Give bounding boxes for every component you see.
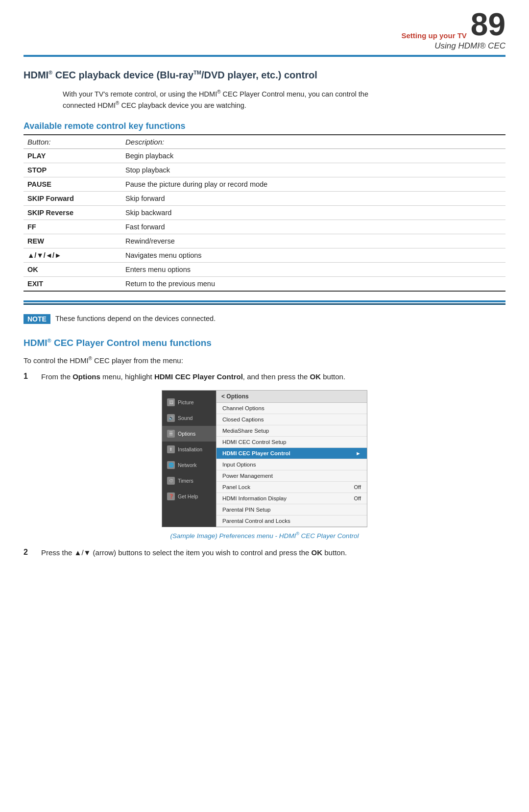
menu-left-item[interactable]: ❓Get Help [162,489,216,504]
menu-right-item-label: Parental PIN Setup [222,507,270,513]
table-row: SKIP ForwardSkip forward [24,191,505,205]
note-label: NOTE [24,314,50,324]
menu-left-label: Network [178,462,197,468]
menu-left-item[interactable]: 🔊Sound [162,410,216,426]
menu-right-item[interactable]: Closed Captions [216,414,367,425]
page-number: 89 [471,9,505,40]
table-cell-button: FF [24,220,121,234]
table-row: OKEnters menu options [24,262,505,276]
menu-left-item[interactable]: ⬆Installation [162,442,216,457]
menu-right-item-label: HDMI CEC Control Setup [222,439,286,445]
table-cell-button: SKIP Reverse [24,205,121,220]
menu-right-item[interactable]: HDMI CEC Control Setup [216,437,367,448]
menu-right-item-label: Power Management [222,473,273,479]
menu-right-item[interactable]: Power Management [216,470,367,482]
step1-num: 1 [24,372,34,381]
table-row: SKIP ReverseSkip backward [24,205,505,220]
menu-left-icon: ☰ [167,430,175,438]
menu-left-label: Picture [178,399,194,405]
menu-right-items: Channel OptionsClosed CaptionsMediaShare… [216,403,367,527]
table-cell-description: Return to the previous menu [121,276,505,291]
note-box: NOTE These functions depend on the devic… [24,314,505,324]
menu-left-icon: ❓ [167,492,175,500]
key-functions-table: Button: Description: PLAYBegin playbackS… [24,134,505,292]
menu-image: 🖼Picture🔊Sound☰Options⬆Installation🌐Netw… [162,390,367,527]
step2-num: 2 [24,548,34,557]
menu-left-panel: 🖼Picture🔊Sound☰Options⬆Installation🌐Netw… [162,391,216,527]
menu-left-label: Timers [178,478,193,484]
note-text: These functions depend on the devices co… [55,314,216,324]
divider-blue-top [24,300,505,302]
section2-intro: To control the HDMI® CEC player from the… [24,356,505,365]
menu-left-label: Get Help [178,493,198,499]
table-subsection-title: Available remote control key functions [24,121,505,131]
table-cell-description: Navigates menu options [121,248,505,262]
menu-right-item-label: Closed Captions [222,417,264,422]
col-header-button: Button: [24,135,121,149]
table-cell-button: SKIP Forward [24,191,121,205]
table-cell-description: Pause the picture during play or record … [121,177,505,191]
table-cell-button: STOP [24,163,121,177]
divider-blue-bottom [24,303,505,305]
table-cell-button: PLAY [24,148,121,163]
section2-title: HDMI® CEC Player Control menu functions [24,338,505,348]
table-row: FFFast forward [24,220,505,234]
menu-right-item[interactable]: Channel Options [216,403,367,414]
menu-left-icon: 🌐 [167,461,175,469]
step2-item: 2 Press the ▲/▼ (arrow) buttons to selec… [24,547,505,559]
menu-right-item-label: Panel Lock [222,484,250,490]
header-subtitle: Using HDMI® CEC [434,41,505,50]
table-cell-description: Fast forward [121,220,505,234]
image-caption: (Sample Image) Preferences menu - HDMI® … [24,531,505,540]
menu-left-icon: ⏱ [167,477,175,485]
menu-right-item[interactable]: MediaShare Setup [216,425,367,437]
menu-left-icon: ⬆ [167,445,175,453]
menu-right-item-label: Input Options [222,462,256,468]
menu-right-item[interactable]: Input Options [216,459,367,470]
menu-right-item-label: MediaShare Setup [222,428,269,434]
menu-right-item[interactable]: HDMI Information DisplayOff [216,493,367,504]
menu-right-item-label: Channel Options [222,405,264,411]
menu-right-item[interactable]: HDMI CEC Player Control► [216,448,367,459]
table-row: EXITReturn to the previous menu [24,276,505,291]
menu-left-item[interactable]: ☰Options [162,426,216,442]
col-header-description: Description: [121,135,505,149]
menu-left-label: Sound [178,415,192,421]
menu-left-icon: 🖼 [167,398,175,406]
step1-text: From the Options menu, highlight HDMI CE… [41,371,345,383]
menu-left-item[interactable]: ⏱Timers [162,473,216,489]
menu-left-item[interactable]: 🖼Picture [162,394,216,410]
menu-right-item[interactable]: Parental Control and Locks [216,516,367,527]
table-cell-description: Skip backward [121,205,505,220]
menu-right-item[interactable]: Parental PIN Setup [216,504,367,516]
menu-left-label: Installation [178,446,202,452]
table-row: STOPStop playback [24,163,505,177]
table-cell-description: Rewind/reverse [121,234,505,248]
table-cell-button: REW [24,234,121,248]
step2-text: Press the ▲/▼ (arrow) buttons to select … [41,547,347,559]
menu-left-label: Options [178,431,195,437]
menu-left-icon: 🔊 [167,414,175,422]
table-row: ▲/▼/◄/►Navigates menu options [24,248,505,262]
table-row: PAUSEPause the picture during play or re… [24,177,505,191]
menu-right-panel: < Options Channel OptionsClosed Captions… [216,391,367,527]
section1-intro: With your TV's remote control, or using … [63,88,376,111]
menu-right-item-value: Off [354,495,361,501]
table-cell-button: PAUSE [24,177,121,191]
menu-left-item[interactable]: 🌐Network [162,457,216,473]
table-cell-description: Begin playback [121,148,505,163]
section1-title: HDMI® CEC playback device (Blu-rayTM/DVD… [24,69,505,81]
table-cell-button: EXIT [24,276,121,291]
menu-right-item[interactable]: Panel LockOff [216,482,367,493]
table-row: REWRewind/reverse [24,234,505,248]
table-row: PLAYBegin playback [24,148,505,163]
table-cell-button: OK [24,262,121,276]
table-cell-button: ▲/▼/◄/► [24,248,121,262]
menu-right-item-label: HDMI CEC Player Control [222,450,290,456]
table-cell-description: Skip forward [121,191,505,205]
menu-right-item-value: Off [354,484,361,490]
page-header: Setting up your TV 89 Using HDMI® CEC [0,0,529,51]
menu-right-item-value: ► [356,450,361,456]
menu-right-header: < Options [216,391,367,403]
header-setting-text: Setting up your TV [401,31,466,40]
